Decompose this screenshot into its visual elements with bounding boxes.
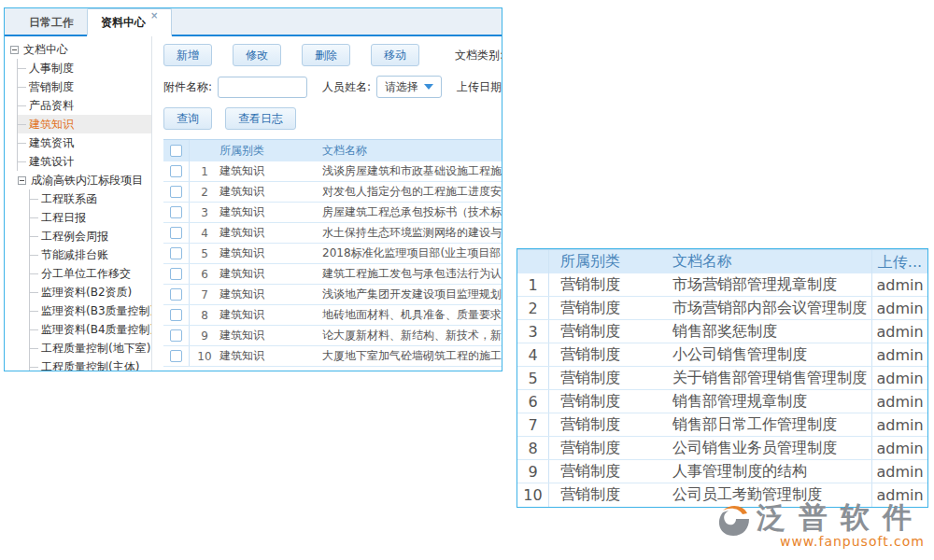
table-row[interactable]: 9 建筑知识 论大厦新材料、新结构、新技术，新工...	[163, 326, 502, 346]
table-row[interactable]: 5 营销制度 关于销售部管理销售管理制度 admin	[517, 367, 927, 390]
row-number: 10	[190, 350, 219, 363]
tab-daily-work[interactable]: 日常工作	[16, 10, 87, 35]
tree-node[interactable]: 工程日报	[30, 208, 151, 227]
uploader-column-header: 上传...	[871, 250, 927, 273]
tree-node[interactable]: 建筑设计	[18, 152, 151, 171]
row-checkbox[interactable]	[170, 288, 182, 301]
row-doc-name: 建筑工程施工发包与承包违法行为认定...	[322, 266, 502, 282]
table-row[interactable]: 3 建筑知识 房屋建筑工程总承包投标书（技术标）...	[163, 203, 502, 223]
person-name-select[interactable]: 请选择	[376, 76, 442, 98]
row-category: 营销制度	[549, 462, 667, 482]
delete-button[interactable]: 删除	[302, 44, 350, 66]
row-checkbox[interactable]	[170, 165, 182, 177]
table-row[interactable]: 5 建筑知识 2018标准化监理项目部(业主项目部)人员...	[163, 244, 502, 264]
view-log-button[interactable]: 查看日志	[225, 107, 296, 130]
row-doc-name: 销售部奖惩制度	[667, 322, 871, 342]
website-url: www.fanpusoft.com	[757, 534, 925, 549]
action-row: 查询 查看日志	[163, 107, 502, 130]
table-row[interactable]: 4 建筑知识 水土保持生态环境监测网络的建设与资...	[163, 223, 502, 244]
table-row[interactable]: 6 营销制度 销售部管理规章制度 admin	[517, 390, 927, 413]
tab-bar: 日常工作 资料中心 ×	[5, 8, 502, 36]
tree-project-label: 成渝高铁内江标段项目	[31, 171, 143, 189]
row-checkbox[interactable]	[170, 186, 182, 198]
tree-node[interactable]: 建筑知识	[18, 115, 151, 133]
tree-level-1: 人事制度 营销制度 产品资料 建筑知识 建筑资讯 建筑设计	[17, 59, 151, 171]
tab-data-center[interactable]: 资料中心 ×	[87, 8, 172, 36]
table-row[interactable]: 1 建筑知识 浅谈房屋建筑和市政基础设施工程施工...	[163, 161, 502, 182]
collapse-icon[interactable]	[18, 176, 26, 185]
row-category: 建筑知识	[219, 307, 322, 323]
tree-node[interactable]: 监理资料(B2资质)	[30, 283, 151, 301]
tree-node[interactable]: 工程例会周报	[30, 227, 151, 245]
table-body: 1 营销制度 市场营销部管理规章制度 admin 2 营销制度 市场营销部内部会…	[517, 273, 927, 507]
row-checkbox[interactable]	[170, 227, 182, 239]
tree-node[interactable]: 建筑资讯	[18, 133, 151, 152]
tree-level-2: 工程联系函 工程日报 工程例会周报 节能减排台账 分工单位工作移交 监理资料(B…	[29, 189, 151, 371]
row-category: 建筑知识	[219, 245, 322, 261]
table-row[interactable]: 3 营销制度 销售部奖惩制度 admin	[517, 320, 927, 343]
close-tab-icon[interactable]: ×	[150, 11, 158, 21]
tree-node[interactable]: 节能减排台账	[30, 245, 151, 264]
select-all-checkbox[interactable]	[170, 145, 182, 157]
query-button[interactable]: 查询	[163, 107, 212, 130]
table-row[interactable]: 1 营销制度 市场营销部管理规章制度 admin	[517, 273, 927, 297]
row-doc-name: 2018标准化监理项目部(业主项目部)人员...	[322, 245, 502, 261]
doc-type-label: 文档类别:	[455, 48, 502, 63]
collapse-icon[interactable]	[10, 46, 19, 54]
row-doc-name: 浅谈地产集团开发建设项目监理规划编...	[322, 287, 502, 302]
edit-button[interactable]: 修改	[233, 44, 281, 66]
row-number: 10	[517, 483, 549, 507]
table-row[interactable]: 7 营销制度 销售部日常工作管理制度 admin	[517, 413, 927, 437]
row-number: 4	[190, 227, 219, 240]
row-checkbox[interactable]	[170, 206, 182, 218]
tree-node[interactable]: 产品资料	[18, 96, 151, 115]
tree-node[interactable]: 监理资料(B4质量控制)	[30, 320, 151, 339]
table-row[interactable]: 2 建筑知识 对发包人指定分包的工程施工进度安排...	[163, 182, 502, 203]
person-name-label: 人员姓名:	[322, 79, 371, 95]
tree-node-document-center[interactable]: 文档中心	[5, 40, 151, 59]
row-category: 营销制度	[549, 345, 667, 365]
chevron-down-icon	[424, 84, 433, 90]
table-row[interactable]: 10 建筑知识 大厦地下室加气砼墙砌筑工程的施工方...	[163, 346, 502, 367]
row-doc-name: 地砖地面材料、机具准备、质量要求及...	[322, 307, 502, 323]
table-row[interactable]: 8 营销制度 公司销售业务员管理制度 admin	[517, 437, 927, 460]
row-checkbox[interactable]	[170, 350, 182, 362]
add-button[interactable]: 新增	[163, 44, 212, 66]
tree-node[interactable]: 工程联系函	[30, 189, 151, 208]
row-checkbox[interactable]	[170, 268, 182, 280]
row-category: 建筑知识	[219, 225, 322, 241]
sidebar-tree: 文档中心 人事制度 营销制度 产品资料 建筑知识 建筑资讯 建筑设计	[5, 36, 152, 371]
row-doc-name: 论大厦新材料、新结构、新技术，新工...	[322, 328, 502, 343]
row-number: 4	[517, 343, 549, 366]
table-row[interactable]: 6 建筑知识 建筑工程施工发包与承包违法行为认定...	[163, 264, 502, 285]
tree-node[interactable]: 工程质量控制(地下室)	[30, 339, 151, 357]
row-checkbox[interactable]	[170, 247, 182, 259]
fanpu-branding: 泛普软件 www.fanpusoft.com	[715, 502, 925, 549]
row-doc-name: 销售部管理规章制度	[667, 392, 871, 412]
tree-node-project-root[interactable]: 成渝高铁内江标段项目	[5, 171, 151, 189]
table-row[interactable]: 2 营销制度 市场营销部内部会议管理制度 admin	[517, 297, 927, 320]
table-row[interactable]: 8 建筑知识 地砖地面材料、机具准备、质量要求及...	[163, 305, 502, 326]
tree-node[interactable]: 分工单位工作移交	[30, 264, 151, 283]
attachment-name-label: 附件名称:	[163, 79, 212, 95]
row-category: 营销制度	[549, 485, 667, 505]
row-number: 8	[190, 309, 219, 322]
table-row[interactable]: 7 建筑知识 浅谈地产集团开发建设项目监理规划编...	[163, 285, 502, 305]
tree-node[interactable]: 营销制度	[18, 77, 151, 96]
tree-node[interactable]: 工程质量控制(主体)	[30, 357, 151, 371]
tree-node[interactable]: 人事制度	[18, 59, 151, 77]
person-name-value: 请选择	[385, 79, 418, 95]
marketing-docs-window: 所属别类 文档名称 上传... 1 营销制度 市场营销部管理规章制度 admin…	[517, 248, 928, 508]
row-category: 建筑知识	[219, 287, 322, 302]
row-checkbox[interactable]	[170, 309, 182, 321]
table-row[interactable]: 4 营销制度 小公司销售管理制度 admin	[517, 343, 927, 367]
row-number: 1	[517, 273, 549, 296]
tree-node[interactable]: 监理资料(B3质量控制)	[30, 301, 151, 320]
documents-table: 所属别类 文档名称 1 建筑知识 浅谈房屋建筑和市政基础设施工程施工...	[163, 139, 502, 367]
table-row[interactable]: 9 营销制度 人事管理制度的结构 admin	[517, 460, 927, 483]
row-category: 营销制度	[549, 369, 667, 388]
row-checkbox[interactable]	[170, 329, 182, 342]
attachment-name-input[interactable]	[218, 77, 307, 98]
move-button[interactable]: 移动	[371, 44, 419, 66]
row-category: 营销制度	[549, 275, 667, 295]
